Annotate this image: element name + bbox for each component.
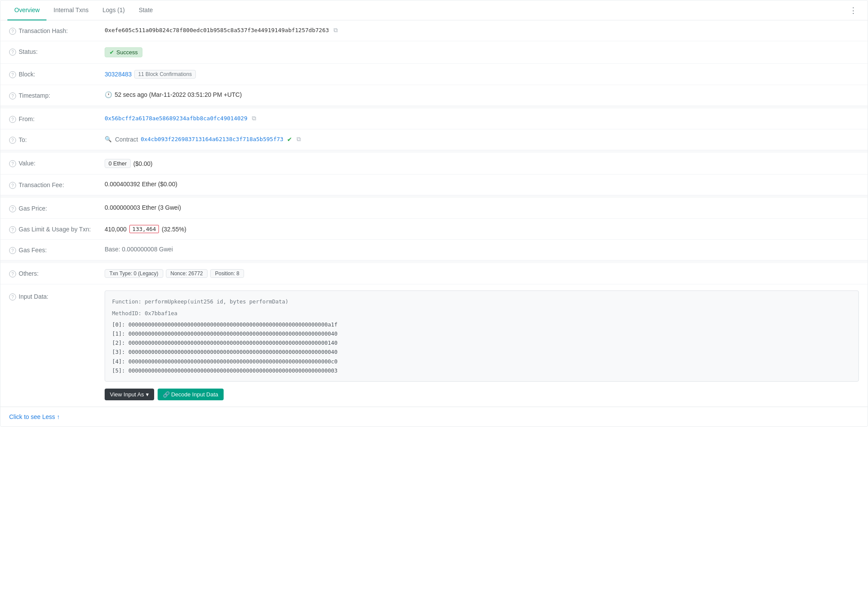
view-input-button[interactable]: View Input As ▾	[105, 389, 154, 400]
status-badge: ✔ Success	[105, 47, 142, 57]
from-copy-icon[interactable]: ⧉	[252, 115, 256, 122]
others-row: ? Others: Txn Type: 0 (Legacy) Nonce: 26…	[0, 263, 868, 284]
input-data-value-col: Function: performUpkeep(uint256 id, byte…	[105, 290, 859, 400]
tab-state[interactable]: State	[132, 0, 160, 20]
gas-fees-row: ? Gas Fees: Base: 0.000000008 Gwei	[0, 240, 868, 260]
txn-type-badge: Txn Type: 0 (Legacy)	[105, 269, 163, 278]
gas-limit-help-icon[interactable]: ?	[9, 226, 16, 233]
gas-price-value-col: 0.000000003 Ether (3 Gwei)	[105, 204, 859, 211]
from-value-col: 0x56bcff2a6178ae58689234afbb8ca0fc490140…	[105, 115, 859, 122]
status-label: ? Status:	[9, 47, 105, 56]
nonce-badge: Nonce: 26772	[166, 269, 208, 278]
timestamp-help-icon[interactable]: ?	[9, 92, 16, 99]
dropdown-arrow-icon: ▾	[146, 391, 149, 398]
value-label: ? Value:	[9, 159, 105, 167]
input-data-row: [5]: 00000000000000000000000000000000000…	[112, 366, 851, 375]
position-badge: Position: 8	[210, 269, 244, 278]
input-buttons: View Input As ▾ 🔗 Decode Input Data	[105, 389, 224, 400]
gas-used-highlight: 133,464	[129, 225, 159, 233]
input-data-rows: [0]: 00000000000000000000000000000000000…	[112, 320, 851, 376]
tx-hash-value-col: 0xefe605c511a09b824c78f800edc01b9585c8a5…	[105, 26, 859, 34]
input-data-row: [1]: 00000000000000000000000000000000000…	[112, 329, 851, 338]
ether-badge: 0 Ether	[105, 159, 131, 168]
contract-search-icon: 🔍	[105, 136, 112, 142]
confirmations-badge: 11 Block Confirmations	[134, 70, 195, 79]
input-data-help-icon[interactable]: ?	[9, 293, 16, 300]
tx-hash-help-icon[interactable]: ?	[9, 28, 16, 35]
tabs-bar: Overview Internal Txns Logs (1) State ⋮	[0, 0, 868, 20]
gas-price-help-icon[interactable]: ?	[9, 205, 16, 212]
check-icon: ✔	[109, 49, 114, 56]
function-signature: Function: performUpkeep(uint256 id, byte…	[112, 297, 851, 306]
block-help-icon[interactable]: ?	[9, 71, 16, 78]
status-help-icon[interactable]: ?	[9, 49, 16, 56]
tab-internal-txns[interactable]: Internal Txns	[46, 0, 96, 20]
block-label: ? Block:	[9, 70, 105, 78]
input-data-row: [0]: 00000000000000000000000000000000000…	[112, 320, 851, 329]
others-help-icon[interactable]: ?	[9, 270, 16, 277]
block-number-link[interactable]: 30328483	[105, 71, 132, 78]
gas-limit-value: 410,000	[105, 226, 127, 233]
gas-price-row: ? Gas Price: 0.000000003 Ether (3 Gwei)	[0, 198, 868, 219]
txn-fee-value-col: 0.000400392 Ether ($0.00)	[105, 181, 859, 188]
to-label: ? To:	[9, 135, 105, 144]
usd-value: ($0.00)	[133, 160, 152, 167]
status-value-col: ✔ Success	[105, 47, 859, 57]
others-label: ? Others:	[9, 269, 105, 277]
contract-address-link[interactable]: 0x4cb093f226983713164a62138c3f718a5b595f…	[141, 136, 284, 142]
txn-fee-help-icon[interactable]: ?	[9, 182, 16, 189]
gas-limit-label: ? Gas Limit & Usage by Txn:	[9, 225, 105, 233]
gas-price-value: 0.000000003 Ether (3 Gwei)	[105, 204, 181, 211]
status-row: ? Status: ✔ Success	[0, 41, 868, 64]
see-less-link[interactable]: Click to see Less ↑	[9, 413, 60, 420]
gas-pct: (32.55%)	[162, 226, 186, 233]
clock-icon: 🕐	[105, 91, 112, 98]
tx-hash-label: ? Transaction Hash:	[9, 26, 105, 35]
txn-fee-label: ? Transaction Fee:	[9, 181, 105, 189]
gas-limit-value-col: 410,000 133,464 (32.55%)	[105, 225, 859, 233]
footer-bar: Click to see Less ↑	[0, 407, 868, 426]
to-row: ? To: 🔍 Contract 0x4cb093f226983713164a6…	[0, 129, 868, 150]
timestamp-value: 🕐 52 secs ago (Mar-11-2022 03:51:20 PM +…	[105, 91, 242, 98]
to-copy-icon[interactable]: ⧉	[297, 135, 301, 143]
txn-fee-value: 0.000400392 Ether ($0.00)	[105, 181, 177, 188]
from-label: ? From:	[9, 115, 105, 123]
others-value-col: Txn Type: 0 (Legacy) Nonce: 26772 Positi…	[105, 269, 859, 278]
input-data-box: Function: performUpkeep(uint256 id, byte…	[105, 290, 859, 382]
input-data-row: [3]: 00000000000000000000000000000000000…	[112, 347, 851, 356]
contract-label: Contract	[115, 136, 138, 143]
timestamp-row: ? Timestamp: 🕐 52 secs ago (Mar-11-2022 …	[0, 85, 868, 106]
from-row: ? From: 0x56bcff2a6178ae58689234afbb8ca0…	[0, 109, 868, 129]
input-data-row: [2]: 00000000000000000000000000000000000…	[112, 338, 851, 347]
arrow-up-icon: ↑	[57, 413, 60, 420]
timestamp-label: ? Timestamp:	[9, 91, 105, 99]
gas-fees-value: Base: 0.000000008 Gwei	[105, 246, 173, 253]
decode-input-button[interactable]: 🔗 Decode Input Data	[158, 389, 224, 400]
gas-fees-value-col: Base: 0.000000008 Gwei	[105, 246, 859, 253]
gas-fees-help-icon[interactable]: ?	[9, 247, 16, 254]
to-value-col: 🔍 Contract 0x4cb093f226983713164a62138c3…	[105, 135, 859, 143]
timestamp-value-col: 🕐 52 secs ago (Mar-11-2022 03:51:20 PM +…	[105, 91, 859, 98]
value-value-col: 0 Ether ($0.00)	[105, 159, 859, 168]
value-help-icon[interactable]: ?	[9, 160, 16, 167]
tx-hash-copy-icon[interactable]: ⧉	[333, 26, 338, 34]
gas-limit-row: ? Gas Limit & Usage by Txn: 410,000 133,…	[0, 219, 868, 240]
gas-price-label: ? Gas Price:	[9, 204, 105, 212]
tx-hash-row: ? Transaction Hash: 0xefe605c511a09b824c…	[0, 20, 868, 41]
gas-fees-label: ? Gas Fees:	[9, 246, 105, 254]
from-help-icon[interactable]: ?	[9, 116, 16, 123]
verified-icon: ✔	[287, 136, 292, 143]
block-row: ? Block: 30328483 11 Block Confirmations	[0, 64, 868, 85]
input-data-label: ? Input Data:	[9, 290, 105, 300]
tab-logs[interactable]: Logs (1)	[96, 0, 132, 20]
more-options-icon[interactable]: ⋮	[846, 2, 861, 19]
value-row: ? Value: 0 Ether ($0.00)	[0, 153, 868, 175]
to-help-icon[interactable]: ?	[9, 137, 16, 144]
from-address-link[interactable]: 0x56bcff2a6178ae58689234afbb8ca0fc490140…	[105, 115, 248, 122]
tab-overview[interactable]: Overview	[7, 0, 46, 20]
input-data-row: ? Input Data: Function: performUpkeep(ui…	[0, 284, 868, 407]
input-data-row: [4]: 00000000000000000000000000000000000…	[112, 357, 851, 366]
method-id: MethodID: 0x7bbaf1ea	[112, 309, 851, 318]
block-value-col: 30328483 11 Block Confirmations	[105, 70, 859, 79]
tx-hash-value: 0xefe605c511a09b824c78f800edc01b9585c8a5…	[105, 27, 329, 33]
